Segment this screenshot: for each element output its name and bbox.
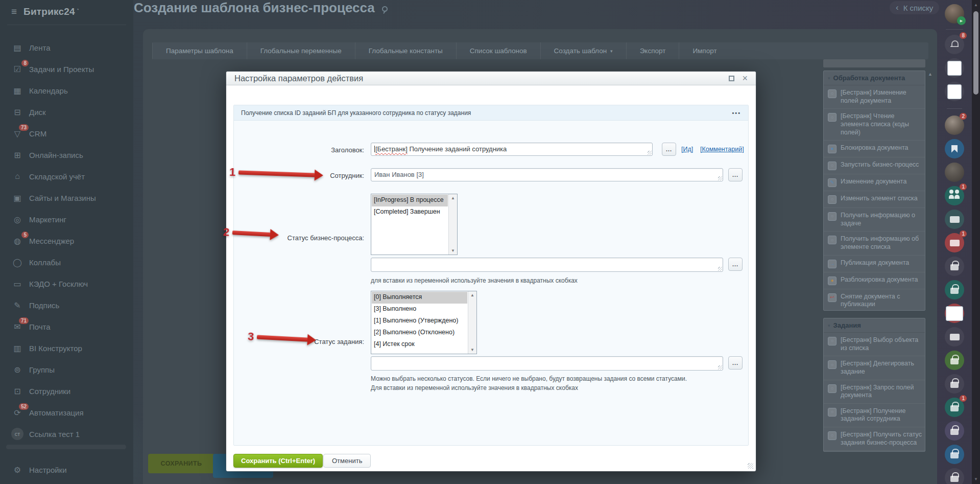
palette-action[interactable]: ○ [Бестранк] Получить статус задания биз… xyxy=(824,427,925,451)
listbox-option[interactable]: [0] Выполняется xyxy=(372,292,467,304)
palette-action[interactable]: ○ [Бестранк] Получение заданий сотрудник… xyxy=(824,404,925,427)
sidebar-item[interactable]: ◎ Маркетинг xyxy=(0,209,133,230)
sidebar-item[interactable]: ☑8 Задачи и Проекты xyxy=(0,58,133,80)
listbox-scrollbar[interactable]: ▲ ▼ xyxy=(468,291,476,354)
sidebar-item[interactable]: ▦ Календарь xyxy=(0,80,133,101)
im-contact[interactable]: ☎ xyxy=(945,304,964,323)
sidebar-item-settings[interactable]: ⚙ Настройки xyxy=(0,459,133,480)
scrollbar-thumb[interactable] xyxy=(973,11,978,95)
bp-status-more-button[interactable]: ... xyxy=(728,258,743,271)
task-status-listbox[interactable]: [0] Выполняется[3] Выполнено[1] Выполнен… xyxy=(371,291,477,354)
resize-grip-icon[interactable] xyxy=(718,365,722,370)
title-input[interactable]: [Бестранк] Получение заданий сотрудника xyxy=(371,143,653,156)
listbox-option[interactable]: [Completed] Завершен xyxy=(372,206,448,218)
tab[interactable]: Глобальные константы xyxy=(355,42,456,59)
listbox-option[interactable]: [2] Выполнено (Отклонено) xyxy=(372,327,467,339)
scroll-down-icon[interactable]: ▼ xyxy=(972,477,980,481)
section-header[interactable]: ▾ Обработка документа xyxy=(824,71,925,85)
scroll-down-icon[interactable]: ▼ xyxy=(451,248,455,253)
palette-scroll-up-icon[interactable]: ▲ xyxy=(928,72,933,77)
task-status-more-button[interactable]: ... xyxy=(728,356,743,370)
bp-status-variable-input[interactable] xyxy=(371,258,723,272)
tab[interactable]: Импорт xyxy=(679,42,730,59)
bitrix24-logo[interactable]: Битрикс24◔ xyxy=(23,6,79,17)
palette-action[interactable]: → Публикация документа xyxy=(824,256,925,272)
im-contact[interactable] xyxy=(945,257,964,276)
action-menu-icon[interactable]: ••• xyxy=(732,110,741,116)
close-icon[interactable]: × xyxy=(742,76,748,81)
tab[interactable]: Параметры шаблона xyxy=(152,42,247,59)
palette-action[interactable]: ○ [Бестранк] Чтение элемента списка (код… xyxy=(824,109,925,141)
palette-action[interactable]: ✎ Изменение документа xyxy=(824,174,925,191)
palette-action[interactable]: ○ Изменить элемент списка xyxy=(824,191,925,208)
im-contact[interactable]: 1 xyxy=(945,398,964,417)
user-avatar[interactable]: ▶ xyxy=(945,4,964,24)
resize-grip-icon[interactable] xyxy=(718,176,722,180)
listbox-option[interactable]: [4] Истек срок xyxy=(372,339,467,351)
scroll-up-icon[interactable]: ▲ xyxy=(451,196,455,200)
palette-action[interactable]: ○ Запустить бизнес-процесс xyxy=(824,157,925,174)
dialog-resize-grip-icon[interactable] xyxy=(748,463,753,469)
pin-icon[interactable] xyxy=(381,6,387,12)
resize-grip-icon[interactable] xyxy=(648,151,652,155)
menu-toggle-icon[interactable]: ≡ xyxy=(11,6,17,17)
im-contact[interactable] xyxy=(945,280,964,299)
palette-action[interactable]: ● Разблокировка документа xyxy=(824,272,925,289)
im-contact[interactable] xyxy=(945,351,964,370)
sidebar-item[interactable]: ⟳52 Автоматизация xyxy=(0,402,133,423)
listbox-option[interactable]: [3] Выполнено xyxy=(372,304,467,315)
im-contact[interactable] xyxy=(945,139,964,158)
sidebar-item[interactable]: ▭ КЭДО + Госключ xyxy=(0,273,133,294)
palette-action[interactable]: ○ [Бестранк] Статус задания БП xyxy=(824,451,925,452)
palette-action[interactable]: ○ Получить информацию об элементе списка xyxy=(824,232,925,255)
sidebar-item[interactable]: ✉71 Почта xyxy=(0,316,133,337)
palette-action[interactable]: ○ [Бестранк] Изменение полей документа xyxy=(824,85,925,109)
tab[interactable]: Глобальные переменные xyxy=(247,42,355,59)
sidebar-item[interactable]: ▽73 CRM xyxy=(0,123,133,144)
sidebar-item[interactable]: ⊡ Сотрудники xyxy=(0,380,133,402)
palette-action[interactable]: ↩ Снятие документа с публикации xyxy=(824,289,925,311)
cancel-button[interactable]: Отменить xyxy=(323,454,371,468)
im-contact[interactable]: 1 xyxy=(945,233,964,252)
bp-status-listbox[interactable]: [InProgress] В процессе[Completed] Завер… xyxy=(371,194,458,255)
im-contact[interactable]: ⇄ xyxy=(945,82,964,101)
save-button[interactable]: Сохранить (Ctrl+Enter) xyxy=(233,454,323,468)
im-contact[interactable] xyxy=(945,468,964,484)
sidebar-collapse-handle[interactable] xyxy=(6,445,126,449)
insert-comment-link[interactable]: [Комментарий] xyxy=(700,146,744,153)
tab[interactable]: Создать шаблон▾ xyxy=(540,42,626,59)
im-contact[interactable] xyxy=(945,163,964,182)
im-contact[interactable]: 2 xyxy=(945,116,964,135)
palette-action[interactable]: ○ Получить информацию о задаче xyxy=(824,208,925,232)
sidebar-item[interactable]: ⌂ Складской учёт xyxy=(0,166,133,187)
notifications-button[interactable]: 8 xyxy=(945,35,964,54)
palette-action[interactable]: ○ [Бестранк] Запрос полей документа xyxy=(824,380,925,404)
employee-input[interactable]: Иван Иванов [3] xyxy=(371,168,723,181)
task-status-variable-input[interactable] xyxy=(371,356,723,371)
sidebar-item[interactable]: ▤ Лента xyxy=(0,37,133,58)
im-contact[interactable]: 1 xyxy=(945,186,964,205)
back-to-list-link[interactable]: ‹ К списку xyxy=(890,1,939,14)
im-contact[interactable] xyxy=(945,327,964,347)
title-more-button[interactable]: ... xyxy=(662,143,676,156)
scroll-up-icon[interactable]: ▲ xyxy=(470,293,474,297)
listbox-option[interactable]: [1] Выполнено (Утверждено) xyxy=(372,315,467,327)
sidebar-item[interactable]: ст Ссылка тест 1 xyxy=(0,423,133,445)
sidebar-item[interactable]: ⊟ Диск xyxy=(0,101,133,123)
scroll-down-icon[interactable]: ▼ xyxy=(470,348,474,352)
tab[interactable]: Экспорт xyxy=(626,42,679,59)
listbox-scrollbar[interactable]: ▲ ▼ xyxy=(448,194,457,255)
palette-action[interactable]: ● Блокировка документа xyxy=(824,141,925,157)
palette-action[interactable]: ○ [Бестранк] Делегировать задание xyxy=(824,356,925,380)
resize-grip-icon[interactable] xyxy=(718,267,722,271)
im-contact[interactable] xyxy=(945,445,964,464)
section-header[interactable]: ▾ Задания xyxy=(824,318,925,333)
sidebar-item[interactable]: ⊚ Группы xyxy=(0,359,133,380)
sidebar-item[interactable]: ◍5 Мессенджер xyxy=(0,230,133,251)
tab[interactable]: Список шаблонов xyxy=(456,42,540,59)
scroll-up-icon[interactable]: ▲ xyxy=(972,3,980,7)
sidebar-item[interactable]: ▥ BI Конструктор xyxy=(0,337,133,359)
sidebar-item[interactable]: ✎ Подпись xyxy=(0,294,133,316)
dialog-titlebar[interactable]: Настройка параметров действия × xyxy=(226,72,756,85)
listbox-option[interactable]: [InProgress] В процессе xyxy=(372,195,448,206)
